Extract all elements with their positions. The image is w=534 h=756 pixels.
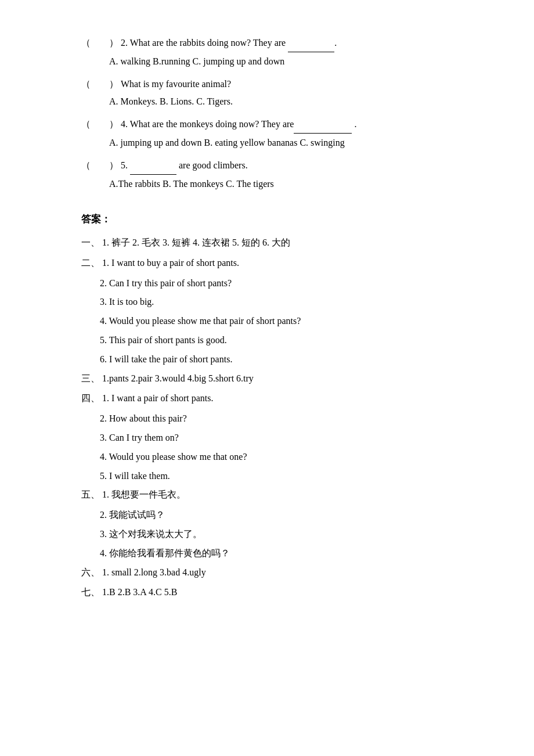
answer-row-7: 七、 1.B 2.B 3.A 4.C 5.B xyxy=(81,584,464,601)
question-2-paren: （ ） xyxy=(81,35,118,52)
question-2-blank xyxy=(288,35,334,52)
question-2-options: A. walking B.running C. jumping up and d… xyxy=(109,53,464,70)
question-4-blank xyxy=(294,116,352,134)
answer-label-4: 四、 xyxy=(81,390,100,407)
answer-row-6: 六、 1. small 2.long 3.bad 4.ugly xyxy=(81,564,464,581)
question-3-paren: （ ） xyxy=(81,76,118,93)
question-5-paren: （ ） xyxy=(81,157,118,174)
answer-title: 答案： xyxy=(81,211,464,229)
question-5-options: A.The rabbits B. The monkeys C. The tige… xyxy=(109,176,464,193)
answer-row-3: 三、 1.pants 2.pair 3.would 4.big 5.short … xyxy=(81,370,464,387)
answer-2-sub-1: 1. I want to buy a pair of short pants. xyxy=(102,255,239,272)
answer-row-5-label: 五、 1. 我想要一件毛衣。 xyxy=(81,487,464,503)
answer-label-2: 二、 xyxy=(81,255,100,272)
answer-2-sub-6: 6. I will take the pair of short pants. xyxy=(100,351,464,368)
answer-2-sub-2: 2. Can I try this pair of short pants? xyxy=(100,275,464,292)
answer-2-sub-5: 5. This pair of short pants is good. xyxy=(100,332,464,349)
answer-content-1: 1. 裤子 2. 毛衣 3. 短裤 4. 连衣裙 5. 短的 6. 大的 xyxy=(102,235,290,251)
question-3-options: A. Monkeys. B. Lions. C. Tigers. xyxy=(109,93,464,110)
answer-5-sub-4: 4. 你能给我看看那件黄色的吗？ xyxy=(100,545,464,562)
answer-4-sub-1: 1. I want a pair of short pants. xyxy=(102,390,214,407)
answer-content-6: 1. small 2.long 3.bad 4.ugly xyxy=(102,564,206,581)
answer-4-sub-5: 5. I will take them. xyxy=(100,468,464,485)
answer-5-sub-3: 3. 这个对我来说太大了。 xyxy=(100,526,464,543)
question-5: （ ） 5. are good climbers. A.The rabbits … xyxy=(81,157,464,193)
answer-label-5: 五、 xyxy=(81,487,100,503)
answer-5-sub-2: 2. 我能试试吗？ xyxy=(100,507,464,524)
answer-2-sub-3: 3. It is too big. xyxy=(100,294,464,311)
answer-row-4-label: 四、 1. I want a pair of short pants. xyxy=(81,390,464,407)
question-3-text: What is my favourite animal? xyxy=(121,76,231,93)
answer-4-sub-3: 3. Can I try them on? xyxy=(100,430,464,447)
answer-2-sub-4: 4. Would you please show me that pair of… xyxy=(100,313,464,330)
answer-content-7: 1.B 2.B 3.A 4.C 5.B xyxy=(102,584,177,601)
answer-row-2-label: 二、 1. I want to buy a pair of short pant… xyxy=(81,255,464,272)
questions-section: （ ） 2. What are the rabbits doing now? T… xyxy=(81,35,464,192)
answer-5-sub-1: 1. 我想要一件毛衣。 xyxy=(102,487,186,503)
answer-section: 答案： 一、 1. 裤子 2. 毛衣 3. 短裤 4. 连衣裙 5. 短的 6.… xyxy=(81,211,464,601)
answer-label-3: 三、 xyxy=(81,370,100,387)
answer-content-3: 1.pants 2.pair 3.would 4.big 5.short 6.t… xyxy=(102,370,254,387)
answer-row-1: 一、 1. 裤子 2. 毛衣 3. 短裤 4. 连衣裙 5. 短的 6. 大的 xyxy=(81,235,464,251)
question-2-text: 2. What are the rabbits doing now? They … xyxy=(121,35,337,52)
question-4-text: 4. What are the monkeys doing now? They … xyxy=(121,116,356,134)
question-3: （ ） What is my favourite animal? A. Monk… xyxy=(81,76,464,111)
question-2: （ ） 2. What are the rabbits doing now? T… xyxy=(81,35,464,70)
answer-label-6: 六、 xyxy=(81,564,100,581)
answer-4-sub-4: 4. Would you please show me that one? xyxy=(100,449,464,466)
question-5-blank xyxy=(130,157,176,175)
question-4: （ ） 4. What are the monkeys doing now? T… xyxy=(81,116,464,152)
question-4-options: A. jumping up and down B. eating yellow … xyxy=(109,135,464,152)
answer-label-7: 七、 xyxy=(81,584,100,601)
question-4-paren: （ ） xyxy=(81,116,118,133)
answer-4-sub-2: 2. How about this pair? xyxy=(100,411,464,427)
answer-label-1: 一、 xyxy=(81,235,100,251)
question-5-text: 5. are good climbers. xyxy=(121,157,248,175)
